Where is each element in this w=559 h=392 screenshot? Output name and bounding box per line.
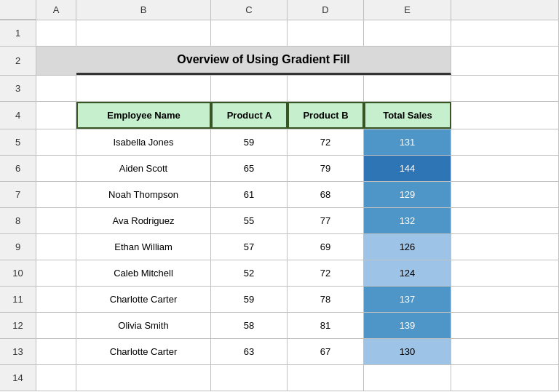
cell-6e[interactable]: 144 — [364, 156, 451, 181]
column-header-row: A B C D E — [0, 0, 559, 20]
cell-8d[interactable]: 77 — [288, 208, 364, 233]
cell-6c[interactable]: 65 — [211, 156, 288, 181]
cell-14e[interactable] — [364, 365, 451, 391]
cell-11f — [451, 287, 559, 312]
cell-13a[interactable] — [36, 339, 76, 364]
cell-10c[interactable]: 52 — [211, 260, 288, 286]
cell-13c[interactable]: 63 — [211, 339, 288, 364]
cell-3e[interactable] — [364, 76, 451, 101]
header-employee-name: Employee Name — [76, 102, 211, 129]
row-num-13: 13 — [0, 339, 36, 364]
cell-12e[interactable]: 139 — [364, 313, 451, 338]
cell-14d[interactable] — [288, 365, 364, 391]
cell-7c[interactable]: 61 — [211, 182, 288, 207]
cell-8e[interactable]: 132 — [364, 208, 451, 233]
cell-13e[interactable]: 130 — [364, 339, 451, 364]
row-num-9: 9 — [0, 234, 36, 260]
row-14: 14 — [0, 365, 559, 391]
row-num-6: 6 — [0, 156, 36, 181]
cell-14c[interactable] — [211, 365, 288, 391]
cell-10d[interactable]: 72 — [288, 260, 364, 286]
cell-6a[interactable] — [36, 156, 76, 181]
cell-12b[interactable]: Olivia Smith — [76, 313, 211, 338]
row-3: 3 — [0, 76, 559, 102]
cell-11b[interactable]: Charlotte Carter — [76, 287, 211, 312]
col-header-a: A — [36, 0, 76, 20]
cell-13b[interactable]: Charlotte Carter — [76, 339, 211, 364]
cell-13f — [451, 339, 559, 364]
cell-9c[interactable]: 57 — [211, 234, 288, 260]
cell-10e[interactable]: 124 — [364, 260, 451, 286]
header-product-a: Product A — [211, 102, 288, 129]
cell-13d[interactable]: 67 — [288, 339, 364, 364]
cell-3c[interactable] — [211, 76, 288, 101]
cell-3a[interactable] — [36, 76, 76, 101]
row-num-1: 1 — [0, 20, 36, 46]
cell-1e[interactable] — [364, 20, 451, 46]
cell-8a[interactable] — [36, 208, 76, 233]
row-num-10: 10 — [0, 260, 36, 286]
cell-11e[interactable]: 137 — [364, 287, 451, 312]
cell-7a[interactable] — [36, 182, 76, 207]
header-total-sales: Total Sales — [364, 102, 451, 129]
cell-8f — [451, 208, 559, 233]
col-header-c: C — [211, 0, 288, 20]
row-num-12: 12 — [0, 313, 36, 338]
cell-9a[interactable] — [36, 234, 76, 260]
data-rows: 1 2 Overview of Using Gradient Fill 3 — [0, 20, 559, 392]
row-num-5: 5 — [0, 129, 36, 155]
row-num-7: 7 — [0, 182, 36, 207]
cell-14a[interactable] — [36, 365, 76, 391]
cell-12d[interactable]: 81 — [288, 313, 364, 338]
cell-14b[interactable] — [76, 365, 211, 391]
cell-10b[interactable]: Caleb Mitchell — [76, 260, 211, 286]
cell-9e[interactable]: 126 — [364, 234, 451, 260]
cell-6d[interactable]: 79 — [288, 156, 364, 181]
cell-5c[interactable]: 59 — [211, 129, 288, 155]
cell-11c[interactable]: 59 — [211, 287, 288, 312]
cell-12f — [451, 313, 559, 338]
row-11: 11 Charlotte Carter 59 78 137 — [0, 287, 559, 313]
cell-5e[interactable]: 131 — [364, 129, 451, 155]
row-8: 8 Ava Rodriguez 55 77 132 — [0, 208, 559, 234]
cell-8b[interactable]: Ava Rodriguez — [76, 208, 211, 233]
cell-3f — [451, 76, 559, 101]
cell-1a[interactable] — [36, 20, 76, 46]
row-10: 10 Caleb Mitchell 52 72 124 — [0, 260, 559, 287]
row-12: 12 Olivia Smith 58 81 139 — [0, 313, 559, 339]
row-num-3: 3 — [0, 76, 36, 101]
row-13: 13 Charlotte Carter 63 67 130 — [0, 339, 559, 365]
cell-5d[interactable]: 72 — [288, 129, 364, 155]
cell-3d[interactable] — [288, 76, 364, 101]
data-rows-container: 5 Isabella Jones 59 72 131 6 Aiden Scott… — [0, 129, 559, 365]
cell-9d[interactable]: 69 — [288, 234, 364, 260]
cell-3b[interactable] — [76, 76, 211, 101]
cell-1f — [451, 20, 559, 46]
cell-6b[interactable]: Aiden Scott — [76, 156, 211, 181]
cell-2a[interactable] — [36, 47, 76, 75]
cell-5f — [451, 129, 559, 155]
cell-7f — [451, 182, 559, 207]
cell-9f — [451, 234, 559, 260]
cell-9b[interactable]: Ethan William — [76, 234, 211, 260]
cell-12c[interactable]: 58 — [211, 313, 288, 338]
cell-8c[interactable]: 55 — [211, 208, 288, 233]
cell-2f — [451, 47, 559, 75]
row-num-4: 4 — [0, 102, 36, 129]
cell-1d[interactable] — [288, 20, 364, 46]
cell-10a[interactable] — [36, 260, 76, 286]
row-5: 5 Isabella Jones 59 72 131 — [0, 129, 559, 156]
cell-11a[interactable] — [36, 287, 76, 312]
cell-5b[interactable]: Isabella Jones — [76, 129, 211, 155]
col-header-d: D — [288, 0, 364, 20]
cell-7d[interactable]: 68 — [288, 182, 364, 207]
cell-7e[interactable]: 129 — [364, 182, 451, 207]
cell-12a[interactable] — [36, 313, 76, 338]
cell-7b[interactable]: Noah Thompson — [76, 182, 211, 207]
cell-1b[interactable] — [76, 20, 211, 46]
cell-1c[interactable] — [211, 20, 288, 46]
cell-5a[interactable] — [36, 129, 76, 155]
cell-11d[interactable]: 78 — [288, 287, 364, 312]
row-4: 4 Employee Name Product A Product B Tota… — [0, 102, 559, 129]
cell-4a[interactable] — [36, 102, 76, 129]
